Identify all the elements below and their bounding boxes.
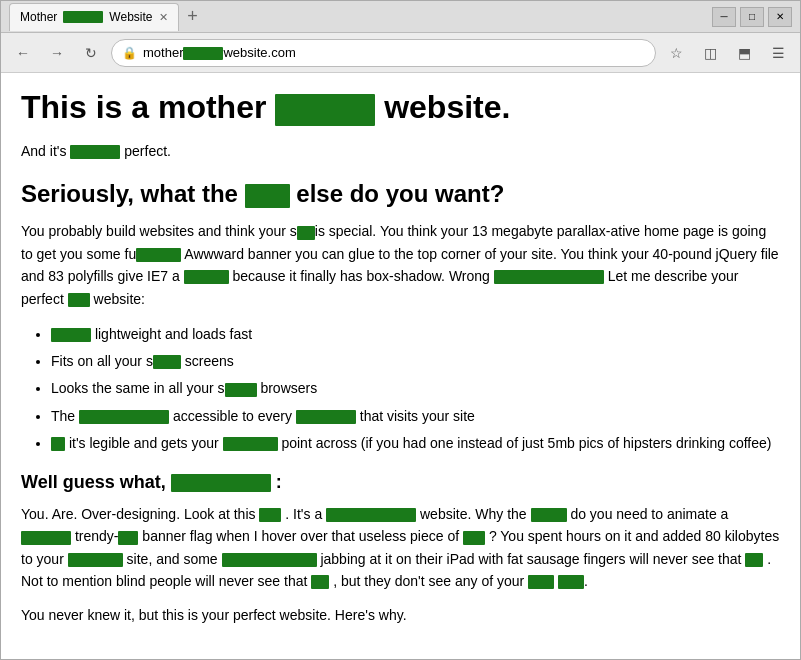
p2-redacted-2 — [326, 508, 416, 522]
new-tab-button[interactable]: + — [179, 3, 207, 31]
tab-redacted — [63, 11, 103, 23]
li3-redacted — [225, 383, 257, 397]
p2-redacted-5 — [118, 531, 138, 545]
p-redacted-3 — [184, 270, 229, 284]
p-redacted-2 — [136, 248, 181, 262]
list-item-1: lightweight and loads fast — [51, 322, 780, 347]
pocket-button[interactable]: ◫ — [696, 39, 724, 67]
list-item-2: Fits on all your s screens — [51, 349, 780, 374]
p2-redacted-1 — [259, 508, 281, 522]
refresh-button[interactable]: ↻ — [77, 39, 105, 67]
tab-label: Mother — [20, 10, 57, 24]
page-content: This is a mother website. And it's perfe… — [1, 73, 800, 659]
address-bar[interactable]: 🔒 mother website.com — [111, 39, 656, 67]
h2-redacted — [245, 184, 290, 208]
browser-window: Mother Website ✕ + ─ □ ✕ ← → ↻ 🔒 mother … — [0, 0, 801, 660]
p2-redacted-3 — [531, 508, 567, 522]
h1-redacted — [275, 94, 375, 126]
li1-redacted — [51, 328, 91, 342]
close-window-button[interactable]: ✕ — [768, 7, 792, 27]
window-controls: ─ □ ✕ — [712, 7, 792, 27]
li5-redacted1 — [51, 437, 65, 451]
li4-redacted2 — [296, 410, 356, 424]
address-redacted — [183, 47, 223, 60]
menu-button[interactable]: ☰ — [764, 39, 792, 67]
li4-redacted1 — [79, 410, 169, 424]
bookmark-button[interactable]: ☆ — [662, 39, 690, 67]
body-paragraph-3: You never knew it, but this is your perf… — [21, 604, 780, 626]
list-item-3: Looks the same in all your s browsers — [51, 376, 780, 401]
p2-redacted-4 — [21, 531, 71, 545]
subheading-2: Well guess what, : — [21, 472, 780, 493]
forward-button[interactable]: → — [43, 39, 71, 67]
p2-redacted-8 — [222, 553, 317, 567]
p1-redacted — [70, 145, 120, 159]
li5-redacted2 — [223, 437, 278, 451]
body-paragraph-1: You probably build websites and think yo… — [21, 220, 780, 310]
tab-label2: Website — [109, 10, 152, 24]
p-redacted-5 — [68, 293, 90, 307]
feature-list: lightweight and loads fast Fits on all y… — [51, 322, 780, 456]
library-button[interactable]: ⬒ — [730, 39, 758, 67]
li2-redacted — [153, 355, 181, 369]
list-item-4: The accessible to every that visits your… — [51, 404, 780, 429]
minimize-button[interactable]: ─ — [712, 7, 736, 27]
p2-redacted-12 — [558, 575, 584, 589]
maximize-button[interactable]: □ — [740, 7, 764, 27]
p2-redacted-10 — [311, 575, 329, 589]
tab-close-button[interactable]: ✕ — [159, 11, 168, 24]
p-redacted-4 — [494, 270, 604, 284]
subheading-1: Seriously, what the else do you want? — [21, 180, 780, 208]
title-bar: Mother Website ✕ + ─ □ ✕ — [1, 1, 800, 33]
p-redacted-1 — [297, 226, 315, 240]
main-heading: This is a mother website. — [21, 89, 780, 126]
p2-redacted-7 — [68, 553, 123, 567]
address-text: mother website.com — [143, 45, 296, 60]
nav-bar: ← → ↻ 🔒 mother website.com ☆ ◫ ⬒ ☰ — [1, 33, 800, 73]
body-paragraph-2: You. Are. Over-designing. Look at this .… — [21, 503, 780, 593]
list-item-5: it's legible and gets your point across … — [51, 431, 780, 456]
p2-redacted-9 — [745, 553, 763, 567]
p2-redacted-6 — [463, 531, 485, 545]
intro-paragraph: And it's perfect. — [21, 140, 780, 162]
lock-icon: 🔒 — [122, 46, 137, 60]
p2-redacted-11 — [528, 575, 554, 589]
back-button[interactable]: ← — [9, 39, 37, 67]
h3-redacted — [171, 474, 271, 492]
active-tab[interactable]: Mother Website ✕ — [9, 3, 179, 31]
